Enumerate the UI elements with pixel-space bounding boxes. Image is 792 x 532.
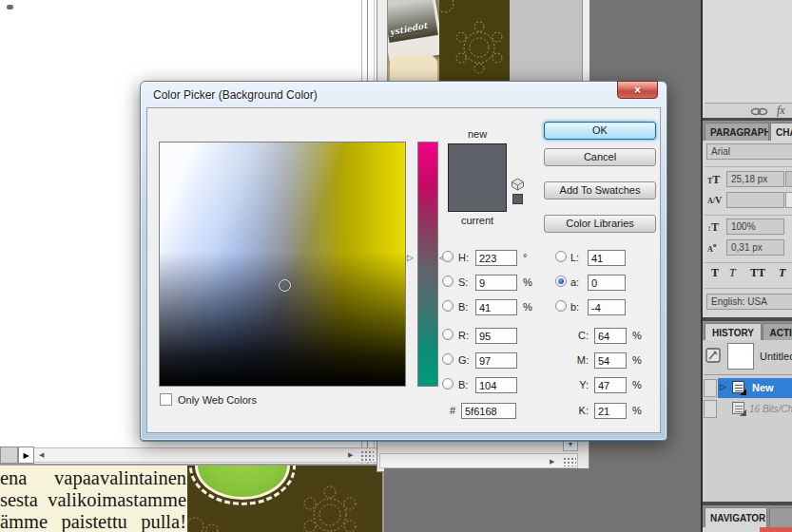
hex-input[interactable] — [461, 403, 516, 419]
divider — [705, 288, 792, 289]
color-field[interactable] — [159, 142, 406, 387]
yellow-unit: % — [632, 379, 642, 390]
navigator-tabbar: NAVIGATOR — [703, 505, 792, 527]
saturation-input[interactable] — [475, 275, 517, 291]
black-label: K: — [562, 405, 589, 416]
small-caps-button[interactable]: T — [779, 266, 785, 280]
slider-arrow-left-icon[interactable]: ▷ — [407, 254, 414, 262]
new-color-swatch — [449, 144, 506, 178]
color-slider[interactable] — [417, 142, 438, 387]
brightness-label: B: — [458, 301, 468, 313]
blue-input[interactable] — [475, 377, 517, 393]
font-family-select[interactable]: Arial — [706, 143, 792, 160]
brightness-radio[interactable] — [442, 300, 454, 312]
all-caps-button[interactable]: TT — [750, 266, 765, 280]
layer-effects-icon[interactable]: fx — [777, 104, 785, 118]
lab-l-radio[interactable] — [555, 251, 567, 262]
lab-b-input[interactable] — [588, 299, 626, 315]
tab-history[interactable]: HISTORY — [705, 323, 762, 341]
hue-radio[interactable] — [442, 251, 454, 262]
lab-b-radio[interactable] — [555, 300, 567, 312]
vertical-scale-icon: ↕T — [707, 220, 719, 236]
divider — [705, 262, 792, 263]
tab-stub[interactable] — [769, 507, 792, 527]
saturation-radio[interactable] — [442, 276, 454, 287]
lab-a-label: a: — [570, 276, 579, 288]
green-radio[interactable] — [442, 353, 454, 365]
faux-italic-button[interactable]: T — [729, 266, 736, 280]
hue-input[interactable] — [475, 250, 517, 266]
lab-l-label: L: — [570, 252, 579, 263]
hue-unit: ° — [523, 252, 527, 263]
dialog-content: ▷ ◁ new current OK Cancel Add To Swatche… — [146, 107, 661, 433]
ornament-medallion — [290, 483, 366, 532]
scrollbar-track[interactable]: ◀ ▶ — [34, 447, 377, 463]
resize-grip[interactable] — [360, 450, 374, 461]
add-to-swatches-button[interactable]: Add To Swatches — [544, 181, 656, 200]
yellow-input[interactable] — [594, 377, 627, 393]
language-select[interactable]: English: USA — [706, 294, 792, 310]
black-unit: % — [632, 405, 642, 416]
scroll-right-icon[interactable]: ▶ — [550, 458, 554, 466]
lab-a-radio[interactable] — [555, 276, 567, 287]
snapshot-label[interactable]: Untitled — [760, 351, 792, 362]
history-state-label[interactable]: New — [752, 382, 774, 393]
tab-character[interactable]: CHARACTER — [770, 123, 792, 141]
green-input[interactable] — [475, 352, 517, 369]
text-line: sesta valikoimastamme — [0, 489, 186, 511]
history-brush-source-box[interactable] — [704, 400, 717, 418]
divider — [705, 374, 792, 375]
pane-split-button[interactable]: ▶ — [18, 446, 34, 464]
photo-caption: ystiedot — [389, 21, 428, 37]
history-state-row[interactable]: ▷ New — [703, 378, 792, 398]
brightness-input[interactable] — [475, 299, 517, 315]
snapshot-thumbnail[interactable] — [727, 343, 754, 370]
black-input[interactable] — [594, 403, 627, 419]
gamut-warning-cube-icon[interactable] — [511, 178, 525, 191]
lab-a-input[interactable] — [588, 275, 626, 291]
history-pointer-icon: ▷ — [720, 382, 726, 391]
history-state-icon — [732, 402, 744, 414]
magenta-input[interactable] — [594, 352, 627, 369]
photoshop-workspace: ▶ ◀ ▶ ena vapaavalintainen sesta valikoi… — [0, 0, 792, 532]
navigator-view-box — [760, 527, 792, 532]
ok-button[interactable]: OK — [544, 122, 656, 140]
cancel-button[interactable]: Cancel — [544, 148, 656, 166]
tab-paragraph[interactable]: PARAGRAPH — [705, 123, 769, 141]
history-brush-source-box[interactable] — [704, 379, 717, 397]
only-web-colors-checkbox[interactable] — [160, 393, 172, 406]
red-input[interactable] — [475, 328, 517, 344]
cyan-input[interactable] — [594, 328, 627, 344]
text-line: ämme paistettu pulla! — [0, 511, 186, 532]
font-size-dropdown[interactable] — [785, 171, 792, 187]
tab-navigator[interactable]: NAVIGATOR — [705, 507, 767, 527]
history-state-row[interactable]: 16 Bits/Channel — [703, 399, 792, 419]
kerning-dropdown[interactable] — [785, 192, 792, 208]
history-state-label[interactable]: 16 Bits/Channel — [749, 404, 792, 414]
baseline-shift-input[interactable]: 0,31 px — [726, 239, 784, 256]
current-color-swatch[interactable] — [449, 178, 506, 211]
font-size-input[interactable]: 25,18 px — [726, 171, 784, 187]
design-photo-area: ystiedot — [388, 0, 439, 84]
hex-label: # — [450, 405, 455, 416]
scroll-right-icon[interactable]: ▶ — [348, 451, 353, 459]
lab-b-label: b: — [570, 301, 579, 313]
color-field-marker[interactable] — [279, 279, 291, 292]
color-libraries-button[interactable]: Color Libraries — [544, 215, 656, 233]
yellow-label: Y: — [562, 379, 589, 390]
gamut-color-swatch[interactable] — [512, 194, 523, 204]
resize-grip[interactable] — [563, 457, 576, 466]
kerning-input[interactable] — [726, 192, 784, 208]
close-button[interactable]: × — [617, 81, 658, 99]
link-layers-icon[interactable] — [750, 107, 769, 116]
tab-actions[interactable]: ACTIONS — [763, 323, 792, 341]
horizontal-scrollbar[interactable]: ▶ ◀ ▶ — [0, 446, 377, 464]
scroll-left-icon[interactable]: ◀ — [39, 451, 44, 459]
lab-l-input[interactable] — [588, 250, 626, 266]
horizontal-scrollbar[interactable]: ▶ — [379, 453, 578, 468]
history-brush-icon[interactable] — [705, 348, 723, 364]
vertical-scale-input[interactable]: 100% — [726, 218, 784, 235]
faux-bold-button[interactable]: T — [711, 266, 719, 280]
red-radio[interactable] — [442, 329, 454, 340]
blue-radio[interactable] — [442, 378, 454, 390]
